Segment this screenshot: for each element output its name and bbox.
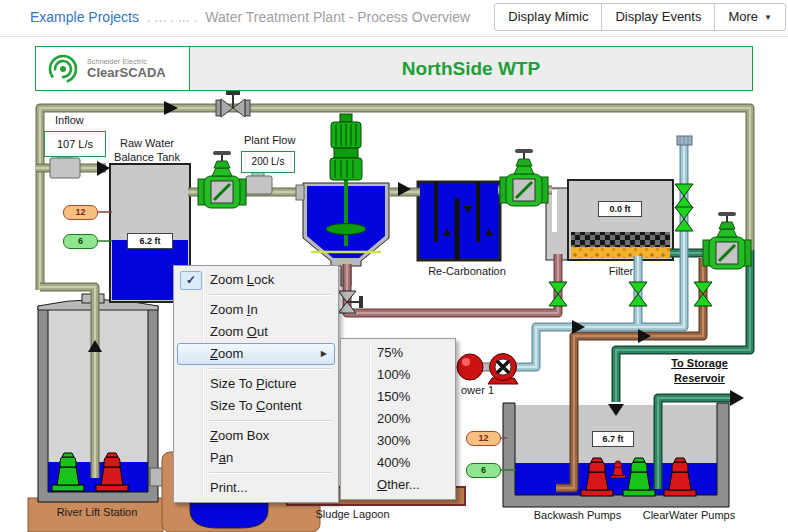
river-lift-station-label: River Lift Station (38, 505, 156, 519)
mixer-motor (330, 114, 362, 180)
submenu-item-100[interactable]: 100% (343, 364, 453, 386)
clearscada-window: Example Projects . ... . ... . Water Tre… (0, 0, 788, 532)
mimic-header: Schneider Electric ClearSCADA NorthSide … (35, 46, 753, 91)
menu-item-zoom-out[interactable]: Zoom Out (176, 321, 336, 343)
sludge-lagoon-label: Sludge Lagoon (300, 507, 405, 521)
menu-item-size-to-content[interactable]: Size To Content (176, 395, 336, 417)
blower-1[interactable] (457, 354, 518, 385)
recarb-outlet-valve[interactable] (500, 149, 548, 206)
clearwater-pumps-label: ClearWater Pumps (630, 508, 748, 522)
breadcrumb-dots: . ... . ... . (147, 9, 198, 25)
more-button[interactable]: More▼ (714, 3, 786, 31)
menu-item-size-to-picture[interactable]: Size To Picture (176, 373, 336, 395)
chevron-down-icon: ▼ (764, 13, 772, 22)
clearwell-low-level-badge[interactable]: 6 (466, 463, 501, 478)
brand-line2: ClearSCADA (87, 65, 166, 80)
recarbonation-tank[interactable] (418, 182, 500, 260)
submenu-item-400[interactable]: 400% (343, 452, 453, 474)
mimic-title-bar: NorthSide WTP (190, 47, 752, 90)
menu-separator (209, 420, 333, 421)
backwash-pumps-label: Backwash Pumps (520, 508, 635, 522)
pipe-sludge-maroon (347, 254, 558, 313)
display-events-button[interactable]: Display Events (601, 3, 715, 31)
filter-waste-drain-valve[interactable] (694, 282, 712, 306)
clearwell-high-level-badge[interactable]: 12 (466, 431, 501, 446)
submenu-item-other[interactable]: Other... (343, 474, 453, 496)
clearscada-logo: Schneider Electric ClearSCADA (36, 47, 190, 90)
submenu-item-200[interactable]: 200% (343, 408, 453, 430)
menu-separator (209, 294, 333, 295)
breadcrumb: Example Projects . ... . ... . Water Tre… (30, 0, 470, 34)
display-mimic-button[interactable]: Display Mimic (494, 3, 602, 31)
menu-separator (209, 368, 333, 369)
menu-separator (209, 472, 333, 473)
raw-water-tank-label: Raw WaterBalance Tank (97, 136, 197, 164)
menu-item-zoom-box[interactable]: Zoom Box (176, 425, 336, 447)
menu-item-zoom-in[interactable]: Zoom In (176, 299, 336, 321)
to-storage-reservoir-label: To StorageReservoir (652, 356, 747, 386)
filter-outlet-valve[interactable] (703, 212, 751, 269)
zoom-submenu: 75% 100% 150% 200% 300% 400% Other... (340, 338, 456, 500)
filter-level-box[interactable]: 0.0 ft (598, 201, 642, 217)
submenu-item-75[interactable]: 75% (343, 342, 453, 364)
context-menu: ✓ Zoom Lock Zoom In Zoom Out Zoom ▶ Size… (173, 265, 339, 503)
menu-item-pan[interactable]: Pan (176, 447, 336, 469)
blower-label: ower 1 (461, 384, 494, 396)
clearwell-level-box[interactable]: 6.7 ft (592, 431, 634, 447)
breadcrumb-current: Water Treatment Plant - Process Overview (205, 9, 470, 25)
plant-flow-value-box[interactable]: 200 L/s (241, 151, 295, 173)
checkmark-icon: ✓ (180, 271, 202, 290)
menu-item-print[interactable]: Print... (176, 477, 336, 499)
flocculation-mixer-tank[interactable] (303, 114, 389, 286)
schneider-coil-icon (46, 52, 80, 86)
filter-label: Filter (596, 264, 646, 278)
washwater-isolation-valve-2[interactable] (675, 207, 693, 231)
submenu-arrow-icon: ▶ (321, 344, 327, 364)
raw-tank-high-level-badge[interactable]: 12 (63, 205, 98, 220)
toolbar: Example Projects . ... . ... . Water Tre… (0, 0, 788, 37)
brand-line1: Schneider Electric (87, 58, 166, 65)
filter-sludge-drain-valve[interactable] (549, 282, 567, 306)
submenu-item-300[interactable]: 300% (343, 430, 453, 452)
raw-tank-level-box[interactable]: 6.2 ft (127, 233, 173, 249)
filter-wash-drain-valve[interactable] (629, 282, 647, 306)
toolbar-button-group: Display Mimic Display Events More▼ (495, 3, 786, 31)
recarbonation-label: Re-Carbonation (421, 264, 513, 278)
submenu-item-150[interactable]: 150% (343, 386, 453, 408)
washwater-isolation-valve-1[interactable] (675, 184, 693, 208)
inflow-label: Inflow (55, 114, 84, 126)
raw-tank-low-level-badge[interactable]: 6 (63, 234, 98, 249)
menu-item-zoom[interactable]: Zoom ▶ (177, 343, 335, 365)
raw-tank-outlet-valve[interactable] (198, 151, 246, 208)
filter-tank[interactable] (546, 180, 673, 260)
plant-flow-label: Plant Flow (244, 134, 295, 146)
menu-item-zoom-lock[interactable]: ✓ Zoom Lock (176, 269, 336, 291)
breadcrumb-link-example-projects[interactable]: Example Projects (30, 9, 139, 25)
bypass-butterfly-valve[interactable] (216, 91, 250, 117)
page-title: NorthSide WTP (402, 58, 540, 80)
